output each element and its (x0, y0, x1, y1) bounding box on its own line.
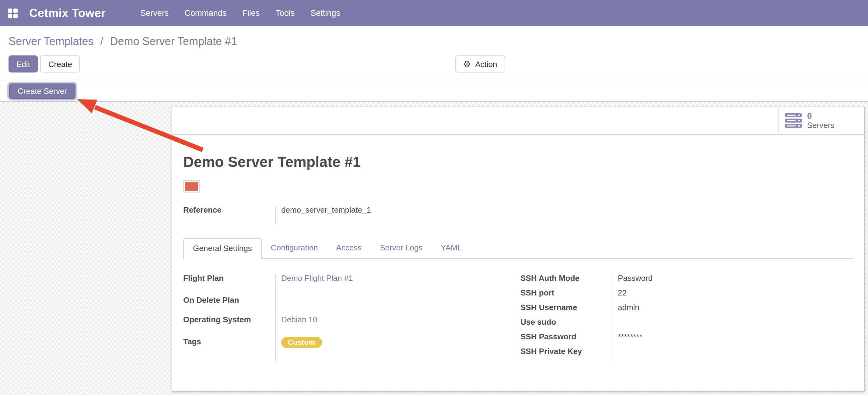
top-navbar: Cetmix Tower Servers Commands Files Tool… (0, 0, 868, 26)
brand-title: Cetmix Tower (29, 6, 105, 20)
tab-access[interactable]: Access (327, 238, 371, 258)
use-sudo-value (612, 317, 854, 332)
create-server-button[interactable]: Create Server (9, 83, 75, 98)
reference-field-group: Reference demo_server_template_1 (183, 205, 854, 225)
menu-item-files[interactable]: Files (234, 0, 268, 26)
reference-label: Reference (183, 205, 275, 225)
ssh-username-value: admin (612, 303, 854, 317)
menu-item-servers[interactable]: Servers (132, 0, 177, 26)
edit-create-group: Edit Create (8, 55, 80, 73)
operating-system-value-link[interactable]: Debian 10 (281, 315, 317, 324)
create-button[interactable]: Create (40, 55, 80, 73)
color-swatch[interactable] (183, 180, 200, 193)
ssh-auth-mode-value: Password (612, 274, 854, 288)
field-groups: Flight Plan Demo Flight Plan #1 On Delet… (183, 274, 854, 361)
breadcrumb: Server Templates / Demo Server Template … (8, 35, 237, 48)
menu-item-commands[interactable]: Commands (177, 0, 234, 26)
notebook-tabs: General Settings Configuration Access Se… (183, 238, 854, 259)
left-field-group: Flight Plan Demo Flight Plan #1 On Delet… (183, 274, 521, 361)
menu-item-tools[interactable]: Tools (268, 0, 303, 26)
ssh-private-key-label: SSH Private Key (521, 347, 612, 361)
main-menu: Servers Commands Files Tools Settings (132, 0, 348, 26)
ssh-username-label: SSH Username (521, 303, 612, 317)
stat-value: 0 (807, 112, 835, 121)
breadcrumb-separator: / (100, 35, 103, 48)
control-panel: Server Templates / Demo Server Template … (0, 26, 868, 80)
tab-general-settings[interactable]: General Settings (183, 238, 262, 259)
breadcrumb-parent-link[interactable]: Server Templates (8, 35, 93, 48)
app-window: Cetmix Tower Servers Commands Files Tool… (0, 0, 868, 396)
ssh-private-key-value (612, 347, 854, 361)
stat-button-box: 0 Servers (172, 107, 864, 135)
right-field-group: SSH Auth Mode Password SSH port 22 SSH U… (521, 274, 854, 361)
record-title: Demo Server Template #1 (183, 153, 854, 171)
flight-plan-value-link[interactable]: Demo Flight Plan #1 (281, 274, 353, 283)
on-delete-plan-value (275, 295, 521, 315)
ssh-port-label: SSH port (521, 288, 612, 303)
form-view-background: 0 Servers Demo Server Template #1 Refere… (0, 102, 868, 395)
edit-button[interactable]: Edit (8, 55, 38, 73)
object-buttons-toolbar: Create Server (0, 80, 868, 102)
servers-stat-button[interactable]: 0 Servers (778, 107, 864, 134)
action-button[interactable]: ⚙ Action (455, 55, 505, 73)
ssh-port-value: 22 (612, 288, 854, 303)
tab-yaml[interactable]: YAML (432, 238, 471, 258)
tag-custom-badge[interactable]: Custom (281, 337, 322, 348)
apps-menu-icon[interactable] (8, 8, 18, 18)
record-sheet: 0 Servers Demo Server Template #1 Refere… (172, 107, 865, 392)
gear-icon: ⚙ (463, 60, 471, 68)
tab-server-logs[interactable]: Server Logs (371, 238, 432, 258)
stat-label: Servers (807, 121, 835, 130)
tab-configuration[interactable]: Configuration (262, 238, 327, 258)
servers-icon (785, 113, 802, 128)
flight-plan-label: Flight Plan (183, 274, 275, 295)
on-delete-plan-label: On Delete Plan (183, 295, 275, 315)
tags-label: Tags (183, 337, 275, 361)
menu-item-settings[interactable]: Settings (303, 0, 348, 26)
ssh-password-label: SSH Password (521, 332, 612, 347)
operating-system-label: Operating System (183, 315, 275, 337)
ssh-password-value: ******** (612, 332, 854, 347)
stat-text: 0 Servers (807, 112, 835, 130)
action-button-label: Action (475, 59, 497, 68)
reference-value: demo_server_template_1 (275, 205, 854, 225)
ssh-auth-mode-label: SSH Auth Mode (521, 274, 612, 288)
breadcrumb-current: Demo Server Template #1 (110, 35, 238, 48)
use-sudo-label: Use sudo (521, 317, 612, 332)
sheet-body: Demo Server Template #1 Reference demo_s… (172, 153, 864, 361)
